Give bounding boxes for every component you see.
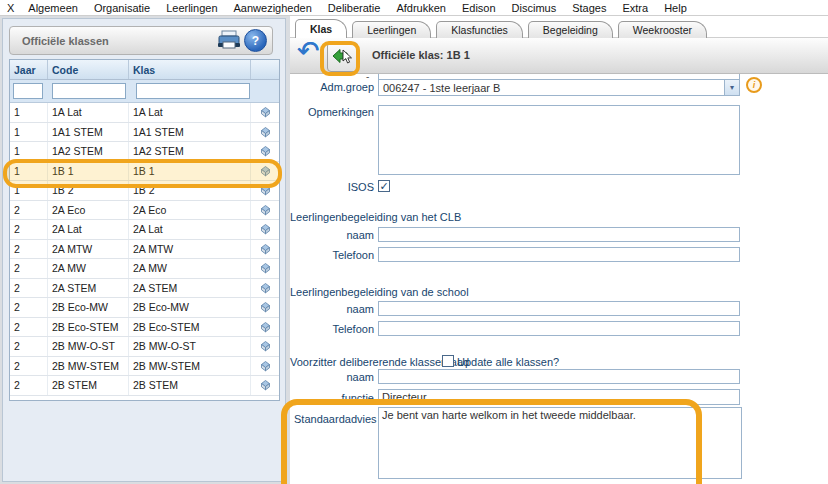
school-telefoon-input[interactable] [378, 321, 740, 336]
school-telefoon-label: Telefoon [294, 323, 374, 335]
table-row[interactable]: 11B 11B 1 [10, 162, 279, 182]
standaardadvies-label: Standaardadvies [294, 413, 374, 425]
table-row[interactable]: 22A Eco2A Eco [10, 201, 279, 221]
help-icon[interactable]: ? [244, 29, 267, 52]
menu-item-extra[interactable]: Extra [614, 2, 656, 14]
table-row[interactable]: 22B MW-STEM2B MW-STEM [10, 357, 279, 377]
menu-item-discimus[interactable]: Discimus [504, 2, 565, 14]
column-header-icon [251, 60, 279, 79]
update-alle-klassen-checkbox[interactable]: ✓ [442, 355, 454, 367]
row-class-icon-cell[interactable] [251, 162, 279, 181]
cell-c0: 2 [10, 376, 48, 395]
clb-naam-input[interactable] [378, 227, 740, 242]
school-naam-input[interactable] [378, 301, 740, 316]
row-class-icon-cell[interactable] [251, 103, 279, 122]
print-button[interactable] [216, 30, 242, 52]
row-class-icon-cell[interactable] [251, 376, 279, 395]
filter-klas-input[interactable] [136, 83, 250, 99]
column-header-klas[interactable]: Klas [129, 60, 251, 79]
row-class-icon-cell[interactable] [251, 298, 279, 317]
cell-c0: 2 [10, 259, 48, 278]
menu-item-stages[interactable]: Stages [564, 2, 614, 14]
clb-section-title: Leerlingenbegeleiding van het CLB [290, 211, 461, 223]
table-row[interactable]: 22B Eco-MW2B Eco-MW [10, 298, 279, 318]
column-header-code[interactable]: Code [48, 60, 129, 79]
row-class-icon-cell[interactable] [251, 123, 279, 142]
menu-item-afdrukken[interactable]: Afdrukken [388, 2, 454, 14]
isos-checkbox[interactable]: ✓ [378, 180, 390, 192]
row-class-icon-cell[interactable] [251, 259, 279, 278]
column-header-jaar[interactable]: Jaar [10, 60, 48, 79]
chevron-down-icon[interactable]: ▾ [724, 80, 739, 95]
row-class-icon-cell[interactable] [251, 142, 279, 161]
functie-input[interactable] [378, 389, 740, 405]
cell-c0: 2 [10, 337, 48, 356]
table-row[interactable]: 22B Eco-STEM2B Eco-STEM [10, 318, 279, 338]
opmerkingen-textarea[interactable] [378, 105, 740, 175]
menu-bar: XAlgemeenOrganisatieLeerlingenAanwezighe… [0, 0, 828, 16]
table-row[interactable]: 11A2 STEM1A2 STEM [10, 142, 279, 162]
tab-begeleiding[interactable]: Begeleiding [528, 21, 613, 38]
table-row[interactable]: 22A STEM2A STEM [10, 279, 279, 299]
green-arrow-hand-icon [332, 47, 354, 67]
menu-item-algemeen[interactable]: Algemeen [20, 2, 86, 14]
table-row[interactable]: 22B MW-O-ST2B MW-O-ST [10, 337, 279, 357]
menu-item-leerlingen[interactable]: Leerlingen [158, 2, 225, 14]
menu-item-x[interactable]: X [5, 2, 20, 14]
tab-klasfuncties[interactable]: Klasfuncties [436, 21, 523, 38]
filter-code-input[interactable] [52, 83, 126, 99]
row-class-icon-cell[interactable] [251, 279, 279, 298]
tab-weekrooster[interactable]: Weekrooster [618, 21, 707, 38]
menu-item-edison[interactable]: Edison [454, 2, 504, 14]
row-class-icon-cell[interactable] [251, 220, 279, 239]
cell-c1: 2A MTW [48, 240, 129, 259]
table-row[interactable]: 22A MTW2A MTW [10, 240, 279, 260]
detail-toolbar: ↶ Officiële klas: 1B 1 [290, 37, 828, 74]
row-class-icon-cell[interactable] [251, 318, 279, 337]
cell-c1: 2B MW-STEM [48, 357, 129, 376]
table-row[interactable]: 22A Lat2A Lat [10, 220, 279, 240]
class-cube-icon [259, 145, 272, 157]
menu-item-deliberatie[interactable]: Deliberatie [320, 2, 389, 14]
adm-groep-select[interactable]: 006247 - 1ste leerjaar B ▾ [378, 79, 740, 96]
table-row[interactable]: 11B 21B 2 [10, 181, 279, 201]
cell-c1: 1B 1 [48, 162, 129, 181]
undo-icon[interactable]: ↶ [297, 35, 320, 66]
table-row[interactable]: 22B STEM2B STEM [10, 376, 279, 396]
voorzitter-naam-input[interactable] [378, 369, 740, 384]
row-class-icon-cell[interactable] [251, 181, 279, 200]
menu-item-aanwezigheden[interactable]: Aanwezigheden [226, 2, 320, 14]
save-green-arrow-button[interactable] [327, 42, 358, 72]
class-cube-icon [259, 243, 272, 255]
tab-leerlingen[interactable]: Leerlingen [352, 21, 431, 38]
row-class-icon-cell[interactable] [251, 357, 279, 376]
class-cube-icon [259, 223, 272, 235]
cell-c0: 1 [10, 181, 48, 200]
adm-groep-value: 006247 - 1ste leerjaar B [379, 82, 724, 94]
table-row[interactable]: 11A1 STEM1A1 STEM [10, 123, 279, 143]
clb-telefoon-label: Telefoon [294, 249, 374, 261]
table-filter-row [10, 80, 279, 103]
functie-label: functie [294, 392, 374, 404]
school-naam-label: naam [294, 303, 374, 315]
cell-c1: 2A MW [48, 259, 129, 278]
table-row[interactable]: 22A MW2A MW [10, 259, 279, 279]
cell-c2: 2A MTW [129, 240, 251, 259]
cell-c1: 2B Eco-MW [48, 298, 129, 317]
left-panel: Officiële klassen ? JaarCodeKlas 11A Lat… [2, 18, 286, 482]
table-row[interactable]: 11A Lat1A Lat [10, 103, 279, 123]
row-class-icon-cell[interactable] [251, 337, 279, 356]
clb-telefoon-input[interactable] [378, 247, 740, 262]
row-class-icon-cell[interactable] [251, 240, 279, 259]
row-class-icon-cell[interactable] [251, 201, 279, 220]
menu-item-help[interactable]: Help [656, 2, 695, 14]
filter-jaar-input[interactable] [13, 83, 43, 99]
cell-c0: 1 [10, 103, 48, 122]
cell-c2: 2B MW-STEM [129, 357, 251, 376]
menu-item-organisatie[interactable]: Organisatie [86, 2, 158, 14]
info-icon[interactable]: i [746, 77, 762, 93]
cell-c1: 1A Lat [48, 103, 129, 122]
standaardadvies-textarea[interactable]: Je bent van harte welkom in het tweede m… [378, 407, 742, 479]
tab-klas[interactable]: Klas [295, 19, 347, 38]
cell-c1: 2B MW-O-ST [48, 337, 129, 356]
